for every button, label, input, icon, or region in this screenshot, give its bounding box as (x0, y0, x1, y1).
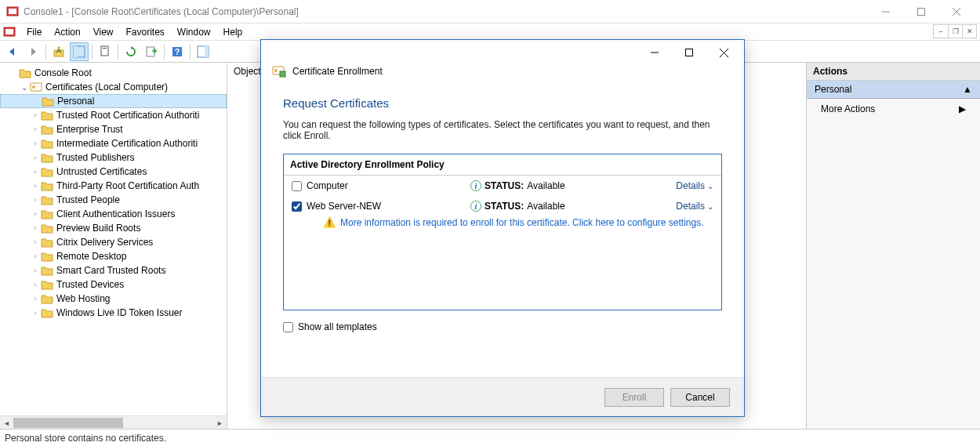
folder-icon (41, 125, 53, 135)
tree-item[interactable]: ›Trusted Root Certification Authoriti (0, 108, 227, 122)
menu-action[interactable]: Action (48, 25, 86, 39)
show-actions-button[interactable] (194, 42, 212, 61)
tree-item-label: Intermediate Certification Authoriti (56, 138, 198, 149)
cert-row-computer[interactable]: Computer i STATUS: Available Details⌄ (284, 176, 721, 196)
tree-item-personal[interactable]: Personal (0, 94, 227, 108)
tree-item[interactable]: ›Untrusted Certificates (0, 165, 227, 179)
expand-arrow-icon[interactable]: › (30, 182, 41, 190)
up-button[interactable] (49, 42, 68, 61)
folder-icon (41, 252, 53, 262)
tree-item[interactable]: ›Enterprise Trust (0, 122, 227, 136)
help-button[interactable]: ? (168, 42, 187, 61)
statusbar: Personal store contains no certificates. (0, 429, 980, 446)
expand-arrow-icon[interactable]: › (30, 196, 41, 204)
tree-item[interactable]: ›Web Hosting (0, 292, 227, 306)
tree-item-label: Remote Desktop (56, 251, 126, 262)
expand-arrow-icon[interactable]: › (30, 281, 41, 288)
dialog-minimize-button[interactable] (637, 41, 672, 64)
tree-certificates-node[interactable]: ⌄ Certificates (Local Computer) (0, 80, 227, 94)
configure-settings-link[interactable]: More information is required to enroll f… (340, 217, 704, 228)
menu-help[interactable]: Help (217, 25, 249, 39)
menu-favorites[interactable]: Favorites (120, 25, 171, 39)
actions-section-label: Personal (815, 84, 851, 95)
expand-arrow-icon[interactable]: › (30, 168, 41, 176)
warning-row: ⚠️ More information is required to enrol… (284, 216, 721, 233)
tree-horizontal-scrollbar[interactable]: ◄ ► (0, 415, 227, 429)
menu-window[interactable]: Window (171, 25, 217, 39)
tree-item[interactable]: ›Intermediate Certification Authoriti (0, 136, 227, 150)
menu-file[interactable]: File (20, 25, 48, 39)
export-button[interactable] (142, 42, 161, 61)
info-icon: i (470, 180, 481, 191)
menubar: File Action View Favorites Window Help –… (0, 24, 980, 41)
tree-item[interactable]: ›Client Authentication Issuers (0, 207, 227, 221)
tree-item[interactable]: ›Preview Build Roots (0, 221, 227, 235)
expand-arrow-icon[interactable]: › (30, 238, 41, 246)
show-tree-button[interactable] (70, 42, 89, 61)
expand-arrow-icon[interactable]: › (30, 210, 41, 218)
copy-button[interactable] (96, 42, 114, 61)
back-button[interactable] (3, 42, 22, 61)
expand-arrow-icon[interactable]: › (30, 295, 41, 303)
tree-item[interactable]: ›Windows Live ID Token Issuer (0, 306, 227, 320)
folder-icon (41, 153, 53, 163)
expand-arrow-icon[interactable]: › (30, 252, 41, 260)
status-label: STATUS: (485, 180, 524, 191)
actions-header: Actions (807, 63, 980, 81)
tree-item[interactable]: ›Citrix Delivery Services (0, 235, 227, 249)
scroll-left-icon[interactable]: ◄ (0, 416, 13, 429)
cert-row-webserver[interactable]: Web Server-NEW i STATUS: Available Detai… (284, 196, 721, 216)
tree-item-label: Smart Card Trusted Roots (56, 265, 165, 276)
policy-box: Active Directory Enrollment Policy Compu… (283, 154, 722, 310)
cert-name: Web Server-NEW (307, 201, 381, 212)
dialog-titlebar (261, 40, 744, 65)
expand-arrow-icon[interactable]: › (30, 309, 41, 317)
mdi-close[interactable]: ✕ (962, 25, 976, 38)
tree-item[interactable]: ›Smart Card Trusted Roots (0, 263, 227, 277)
menu-view[interactable]: View (87, 25, 120, 39)
window-maximize-button[interactable] (903, 0, 938, 23)
svg-point-24 (274, 69, 278, 72)
tree-root[interactable]: Console Root (0, 66, 227, 80)
expand-arrow-icon[interactable]: › (30, 125, 41, 133)
svg-rect-25 (280, 71, 285, 77)
forward-button[interactable] (24, 42, 42, 61)
window-close-button[interactable] (938, 0, 974, 23)
scroll-right-icon[interactable]: ► (213, 416, 227, 429)
column-header[interactable]: Object (234, 66, 261, 77)
enroll-button[interactable]: Enroll (604, 388, 664, 407)
expand-arrow-icon[interactable]: › (30, 111, 41, 119)
policy-title: Active Directory Enrollment Policy (284, 154, 721, 176)
tree-item[interactable]: ›Remote Desktop (0, 249, 227, 263)
tree-item[interactable]: ›Third-Party Root Certification Auth (0, 179, 227, 193)
details-toggle[interactable]: Details⌄ (633, 180, 713, 191)
dialog-maximize-button[interactable] (672, 41, 706, 64)
tree-item[interactable]: ›Trusted Publishers (0, 150, 227, 165)
mdi-minimize[interactable]: – (934, 25, 948, 38)
details-toggle[interactable]: Details⌄ (633, 201, 713, 212)
dialog-close-button[interactable] (706, 41, 741, 64)
tree-item[interactable]: ›Trusted Devices (0, 277, 227, 292)
actions-section[interactable]: Personal ▲ (807, 81, 980, 99)
cert-checkbox[interactable] (292, 201, 302, 212)
cert-checkbox[interactable] (292, 181, 302, 191)
mdi-restore[interactable]: ❐ (948, 25, 962, 38)
expand-arrow-icon[interactable]: › (30, 154, 41, 161)
tree-item-label: Trusted Root Certification Authoriti (56, 110, 199, 121)
show-all-checkbox[interactable] (283, 322, 293, 332)
tree-item[interactable]: ›Trusted People (0, 193, 227, 207)
expand-arrow-icon[interactable]: ⌄ (19, 83, 30, 92)
svg-rect-16 (205, 46, 209, 57)
show-all-templates[interactable]: Show all templates (283, 321, 722, 332)
cancel-button[interactable]: Cancel (670, 388, 730, 407)
scrollbar-thumb[interactable] (13, 418, 123, 428)
dialog-button-row: Enroll Cancel (261, 377, 744, 416)
expand-arrow-icon[interactable]: › (30, 140, 41, 147)
actions-more[interactable]: More Actions ▶ (807, 99, 980, 119)
folder-icon (41, 195, 53, 205)
expand-arrow-icon[interactable]: › (30, 224, 41, 232)
svg-text:?: ? (175, 47, 180, 56)
window-minimize-button[interactable] (868, 0, 903, 23)
expand-arrow-icon[interactable]: › (30, 267, 41, 274)
refresh-button[interactable] (122, 42, 140, 61)
